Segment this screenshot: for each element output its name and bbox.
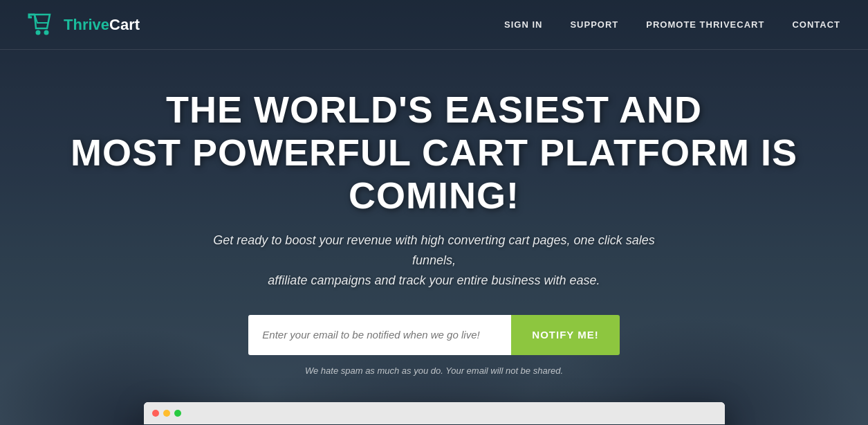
nav-contact[interactable]: CONTACT (792, 19, 840, 30)
nav-support[interactable]: SUPPORT (570, 19, 618, 30)
email-input[interactable] (248, 315, 511, 355)
svg-point-1 (44, 30, 49, 35)
hero-title-line2: MOST POWERFUL CART PLATFORM IS COMING! (0, 131, 868, 217)
navbar: ThriveCart SIGN IN SUPPORT PROMOTE THRIV… (0, 0, 868, 50)
browser-dot-green (174, 410, 181, 417)
nav-links: SIGN IN SUPPORT PROMOTE THRIVECART CONTA… (504, 19, 840, 30)
nav-signin[interactable]: SIGN IN (504, 19, 542, 30)
hero-subtitle: Get ready to boost your revenue with hig… (192, 230, 676, 290)
nav-promote[interactable]: PROMOTE THRIVECART (646, 19, 764, 30)
svg-point-0 (36, 30, 41, 35)
logo: ThriveCart (28, 12, 140, 38)
hero-title-line1: THE WORLD'S EASIEST AND (0, 88, 868, 131)
browser-dot-red (152, 410, 159, 417)
logo-text: ThriveCart (64, 16, 140, 34)
browser-bar (144, 402, 725, 424)
email-form: NOTIFY ME! (0, 315, 868, 355)
browser-dot-yellow (163, 410, 170, 417)
logo-cart: Cart (109, 16, 140, 33)
dashboard-preview: thrivecart ⊞ Products ◆ 👤 ⬡ ⚙ 👤 (144, 402, 725, 425)
logo-thrive: Thrive (64, 16, 109, 33)
spam-note: We hate spam as much as you do. Your ema… (0, 365, 868, 376)
hero-title: THE WORLD'S EASIEST AND MOST POWERFUL CA… (0, 88, 868, 217)
hero-section: THE WORLD'S EASIEST AND MOST POWERFUL CA… (0, 50, 868, 390)
thrivecart-logo-icon (28, 12, 57, 38)
notify-button[interactable]: NOTIFY ME! (511, 315, 619, 355)
